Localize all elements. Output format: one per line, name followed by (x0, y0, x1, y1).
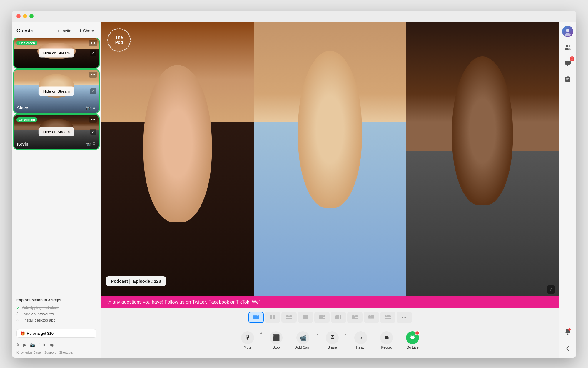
layout-bar: ··· (101, 308, 559, 327)
clipboard-icon[interactable] (562, 74, 573, 85)
youtube-icon[interactable]: ▶ (23, 342, 26, 347)
svg-rect-13 (335, 315, 339, 319)
right-sidebar: 3 (559, 22, 576, 358)
svg-rect-34 (565, 61, 571, 65)
chevron-left-icon[interactable] (562, 343, 573, 354)
add-cam-expand-arrow[interactable]: ▲ (316, 333, 319, 336)
on-screen-badge-kevin: On Screen (16, 117, 37, 122)
explore-title: Explore Melon in 3 steps (16, 298, 96, 302)
video-cell-2 (254, 22, 406, 308)
svg-rect-14 (340, 315, 341, 317)
mute-icon: 🎙 (241, 331, 254, 344)
instagram-icon[interactable]: 📷 (30, 342, 35, 347)
card-more-button-1[interactable]: ••• (89, 40, 97, 46)
layout-button-5[interactable] (331, 312, 346, 323)
svg-rect-5 (286, 315, 289, 317)
svg-rect-9 (303, 315, 308, 319)
bottom-toolbar: 🎙 Mute ▲ ⬛ Stop 📹 Add Cam (101, 327, 559, 358)
traffic-lights (16, 14, 34, 18)
invite-label: Invite (61, 29, 71, 33)
support-link[interactable]: Support (44, 351, 56, 354)
card-more-button-steve[interactable]: ••• (89, 72, 97, 78)
mute-button[interactable]: 🎙 Mute (235, 329, 260, 352)
layout-button-7[interactable] (364, 312, 379, 323)
video-overlay: Podcast || Episode #223 (101, 272, 559, 291)
go-live-button[interactable]: Go Live (400, 329, 425, 352)
guest-cards-list: On Screen ••• Hide on Stream ⤢ On Screen… (12, 38, 101, 294)
chat-icon[interactable]: 3 (562, 58, 573, 69)
guest-card-steve-wrapper: On Screen ••• Hide on Stream ⤢ Steve 📷 🎙 (14, 70, 99, 115)
expand-video-button[interactable]: ⤢ (547, 285, 555, 294)
app-window: Guests ＋ Invite ⬆ Share O (12, 11, 576, 358)
card-icons-steve: 📷 🎙 (86, 106, 96, 110)
layout-button-1[interactable] (265, 312, 280, 323)
card-more-button-kevin[interactable]: ••• (89, 117, 97, 123)
shortcuts-link[interactable]: Shortcuts (59, 351, 73, 354)
add-cam-arrow: ▲ (316, 331, 319, 337)
svg-rect-23 (385, 315, 387, 317)
camera-icon-kevin: 📷 (86, 142, 91, 146)
explore-item-label-3: Install desktop app (24, 318, 55, 322)
share-button[interactable]: ⬆ Share (76, 27, 96, 35)
hide-stream-button-1[interactable]: Hide on Stream (39, 48, 74, 57)
svg-rect-4 (273, 315, 275, 319)
facebook-icon[interactable]: f (39, 342, 40, 347)
stop-icon: ⬛ (270, 331, 283, 344)
hide-stream-button-kevin[interactable]: Hide on Stream (39, 127, 74, 136)
svg-rect-25 (385, 318, 389, 319)
record-button[interactable]: ⏺ Record (374, 329, 399, 352)
linkedin-icon[interactable]: in (43, 342, 46, 347)
explore-item-1: ✓ Add tipping and alerts (16, 304, 96, 311)
svg-rect-0 (253, 315, 255, 319)
layout-button-0[interactable] (248, 312, 264, 323)
svg-rect-21 (370, 315, 374, 318)
main-content: The Pod Podcast || Episode #223 (101, 22, 559, 358)
react-button[interactable]: ♪ React (348, 329, 373, 352)
svg-rect-36 (567, 76, 569, 77)
hide-stream-label-steve: Hide on Stream (43, 89, 70, 94)
maximize-button[interactable] (29, 14, 34, 18)
layout-button-2[interactable] (281, 312, 297, 323)
discord-icon[interactable]: ◉ (50, 342, 54, 347)
svg-rect-7 (286, 318, 289, 319)
svg-rect-19 (355, 318, 358, 319)
minimize-button[interactable] (23, 14, 27, 18)
invite-button[interactable]: ＋ Invite (54, 27, 74, 35)
close-button[interactable] (16, 14, 21, 18)
share-screen-button[interactable]: 🖥 Share (320, 329, 345, 352)
bell-icon[interactable] (562, 326, 573, 337)
plus-icon: ＋ (56, 28, 60, 34)
video-cell-3 (406, 22, 559, 308)
guests-header: Guests ＋ Invite ⬆ Share (12, 22, 101, 38)
stop-button[interactable]: ⬛ Stop (264, 329, 288, 352)
refer-button[interactable]: 🎁 Refer & get $10 (16, 329, 96, 338)
expand-button-steve[interactable]: ⤢ (90, 88, 96, 94)
camera-icon-steve: 📷 (86, 106, 91, 110)
svg-rect-6 (289, 315, 292, 317)
mute-label: Mute (244, 345, 252, 349)
layout-button-4[interactable] (314, 312, 330, 323)
users-icon[interactable] (562, 42, 573, 53)
hide-stream-button-steve[interactable]: Hide on Stream (39, 87, 74, 96)
knowledge-base-link[interactable]: Knowledge Base (16, 351, 41, 354)
layout-button-8[interactable] (380, 312, 395, 323)
svg-point-29 (565, 33, 571, 36)
on-screen-badge-1: On Screen (16, 41, 37, 45)
twitter-icon[interactable]: 𝕏 (16, 342, 20, 347)
svg-rect-1 (255, 315, 257, 319)
layout-button-6[interactable] (347, 312, 363, 323)
add-cam-button[interactable]: 📹 Add Cam (290, 329, 316, 352)
react-icon: ♪ (354, 331, 367, 344)
avatar-icon[interactable] (562, 26, 573, 37)
expand-button-1[interactable]: ⤢ (90, 50, 96, 56)
guest-name-kevin: Kevin (17, 142, 28, 146)
expand-button-kevin[interactable]: ⤢ (90, 129, 96, 135)
svg-rect-18 (355, 315, 358, 317)
explore-item-2: 2 Add an intro/outro (16, 311, 96, 317)
layout-button-3[interactable] (298, 312, 313, 323)
share-expand-arrow[interactable]: ▲ (345, 333, 347, 336)
mute-expand-arrow[interactable]: ▲ (260, 331, 263, 334)
layout-button-more[interactable]: ··· (397, 312, 412, 323)
svg-point-30 (566, 45, 568, 47)
share-arrow: ▲ (345, 331, 347, 337)
